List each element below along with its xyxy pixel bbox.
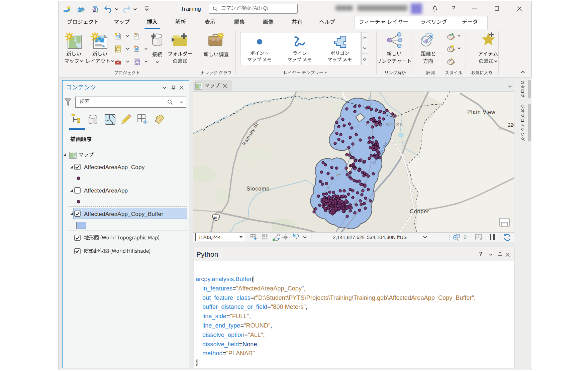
- svg-text:Plain View: Plain View: [467, 109, 495, 115]
- svg-text:College SDTSA: College SDTSA: [366, 122, 403, 127]
- svg-text:220: 220: [508, 122, 514, 128]
- svg-text:Cooper: Cooper: [410, 209, 429, 214]
- svg-text:Slocomb: Slocomb: [247, 186, 270, 192]
- svg-text:401: 401: [213, 216, 219, 220]
- svg-text:N: N: [293, 233, 296, 238]
